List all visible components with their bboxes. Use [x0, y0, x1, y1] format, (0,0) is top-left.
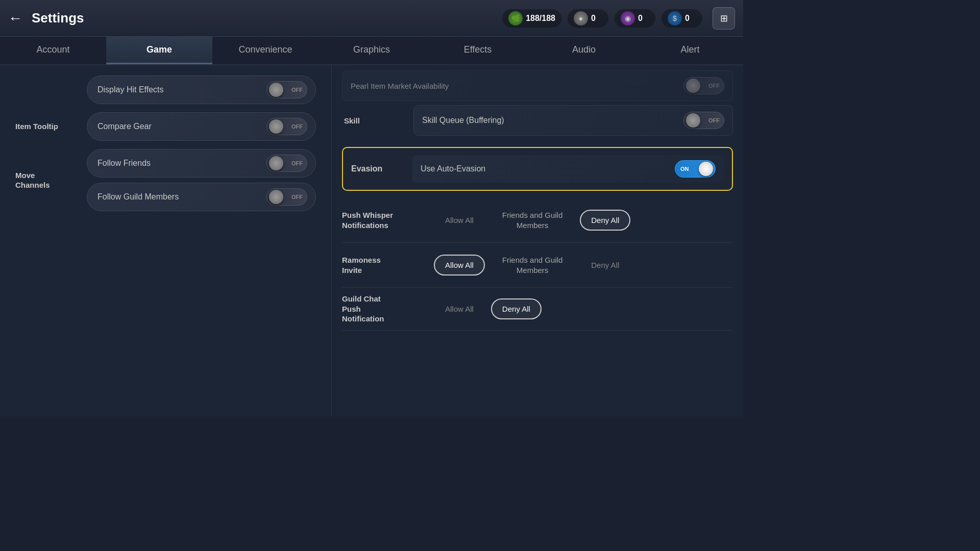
- resource-bar: 🌿 188/188 ● 0 ◉ 0 $ 0: [502, 9, 702, 28]
- guild-chat-options: Allow All Deny All: [434, 298, 733, 319]
- tab-account[interactable]: Account: [0, 37, 106, 64]
- guild-chat-label: Guild Chat Push Notification: [342, 294, 434, 324]
- move-channels-label: Move Channels: [15, 170, 87, 190]
- gold-icon: $: [668, 11, 682, 26]
- energy-value: 188/188: [526, 14, 555, 23]
- tab-effects[interactable]: Effects: [425, 37, 531, 64]
- gold-value: 0: [685, 14, 690, 23]
- tab-graphics[interactable]: Graphics: [318, 37, 425, 64]
- follow-friends-toggle[interactable]: OFF: [266, 155, 307, 172]
- energy-resource: 🌿 188/188: [502, 9, 561, 28]
- guild-chat-section: Guild Chat Push Notification Allow All D…: [342, 288, 733, 331]
- evasion-section: Evasion Use Auto-Evasion ON: [342, 147, 733, 191]
- toggle-off-text: OFF: [291, 194, 303, 200]
- guild-chat-allow-all-btn[interactable]: Allow All: [434, 298, 485, 319]
- skill-section-label: Skill: [344, 116, 405, 125]
- ramoness-allow-all-btn[interactable]: Allow All: [434, 255, 485, 276]
- toggle-knob: [686, 79, 700, 93]
- tab-bar: Account Game Convenience Graphics Effect…: [0, 37, 743, 65]
- top-bar: ← Settings 🌿 188/188 ● 0 ◉ 0 $ 0 ⊞: [0, 0, 743, 37]
- main-content: Display Hit Effects OFF Item Tooltip Com…: [0, 65, 743, 416]
- push-whisper-label: Push Whisper Notifications: [342, 210, 434, 230]
- move-channels-toggles: Follow Friends OFF Follow Guild Members …: [87, 149, 316, 211]
- toggle-knob: [269, 156, 283, 170]
- toggle-knob: [686, 113, 700, 128]
- toggle-knob: [269, 119, 283, 134]
- energy-icon: 🌿: [508, 11, 523, 26]
- toggle-off-text: OFF: [291, 87, 303, 93]
- toggle-knob: [269, 83, 283, 97]
- ramoness-invite-label: Ramoness Invite: [342, 255, 434, 275]
- tab-convenience[interactable]: Convenience: [212, 37, 318, 64]
- follow-friends-pill: Follow Friends OFF: [87, 149, 316, 178]
- silver-resource: ● 0: [568, 9, 608, 28]
- follow-guild-pill: Follow Guild Members OFF: [87, 183, 316, 211]
- follow-guild-label: Follow Guild Members: [97, 192, 179, 202]
- item-tooltip-row: Item Tooltip Compare Gear OFF: [15, 112, 316, 141]
- exit-button[interactable]: ⊞: [713, 7, 735, 30]
- pearl-market-row: Pearl Item Market Availability OFF: [342, 70, 733, 101]
- skill-queue-row: Skill Queue (Buffering) OFF: [413, 105, 733, 136]
- back-button[interactable]: ← Settings: [8, 10, 84, 27]
- compare-gear-label: Compare Gear: [97, 122, 152, 131]
- ramoness-invite-options: Allow All Friends and GuildMembers Deny …: [434, 249, 733, 281]
- push-whisper-friends-guild-btn: Friends and GuildMembers: [491, 204, 574, 236]
- display-hit-effects-toggle[interactable]: OFF: [266, 81, 307, 98]
- pearl-market-label: Pearl Item Market Availability: [351, 82, 449, 90]
- display-hit-effects-row: Display Hit Effects OFF: [15, 76, 316, 104]
- left-panel: Display Hit Effects OFF Item Tooltip Com…: [0, 65, 332, 416]
- follow-guild-toggle[interactable]: OFF: [266, 188, 307, 206]
- tab-alert[interactable]: Alert: [637, 37, 743, 64]
- toggle-off-text: OFF: [708, 83, 720, 89]
- toggle-off-text: OFF: [291, 160, 303, 166]
- exit-icon: ⊞: [720, 13, 728, 24]
- follow-friends-label: Follow Friends: [97, 159, 151, 168]
- evasion-label: Evasion: [351, 164, 412, 173]
- pearl-market-toggle[interactable]: OFF: [683, 77, 724, 94]
- toggle-knob: [699, 162, 713, 176]
- push-whisper-deny-all-btn[interactable]: Deny All: [580, 210, 630, 231]
- skill-queue-toggle[interactable]: OFF: [683, 112, 724, 129]
- push-whisper-allow-all-btn[interactable]: Allow All: [434, 210, 485, 231]
- skill-section: Skill Skill Queue (Buffering) OFF: [342, 105, 733, 140]
- right-panel: Pearl Item Market Availability OFF Skill…: [332, 65, 743, 416]
- toggle-knob: [269, 190, 283, 204]
- guild-chat-deny-all-btn[interactable]: Deny All: [491, 298, 542, 319]
- display-hit-effects-label: Display Hit Effects: [97, 85, 164, 94]
- ramoness-deny-all-btn[interactable]: Deny All: [580, 255, 630, 276]
- compare-gear-pill: Compare Gear OFF: [87, 112, 316, 141]
- push-whisper-section: Push Whisper Notifications Allow All Fri…: [342, 198, 733, 243]
- push-whisper-options: Allow All Friends and GuildMembers Deny …: [434, 204, 733, 236]
- skill-queue-label: Skill Queue (Buffering): [422, 116, 683, 125]
- toggle-off-text: OFF: [291, 123, 303, 130]
- item-tooltip-toggles: Compare Gear OFF: [87, 112, 316, 141]
- auto-evasion-toggle[interactable]: ON: [675, 160, 716, 178]
- evasion-item-label: Use Auto-Evasion: [421, 164, 485, 173]
- toggle-on-text: ON: [680, 166, 689, 172]
- pearl-icon: ◉: [621, 11, 635, 26]
- tab-game[interactable]: Game: [106, 37, 212, 64]
- ramoness-invite-section: Ramoness Invite Allow All Friends and Gu…: [342, 243, 733, 288]
- evasion-content: Use Auto-Evasion ON: [412, 155, 724, 183]
- item-tooltip-label: Item Tooltip: [15, 121, 87, 132]
- tab-audio[interactable]: Audio: [531, 37, 637, 64]
- page-title: Settings: [32, 10, 84, 26]
- display-hit-effects-pill: Display Hit Effects OFF: [87, 76, 316, 104]
- silver-icon: ●: [574, 11, 588, 26]
- move-channels-row: Move Channels Follow Friends OFF Follow …: [15, 149, 316, 211]
- back-arrow-icon: ←: [8, 10, 22, 27]
- silver-value: 0: [591, 14, 596, 23]
- gold-resource: $ 0: [662, 9, 702, 28]
- compare-gear-toggle[interactable]: OFF: [266, 118, 307, 135]
- pearl-value: 0: [638, 14, 643, 23]
- pearl-resource: ◉ 0: [615, 9, 655, 28]
- toggle-off-text: OFF: [708, 117, 720, 123]
- ramoness-friends-guild-btn: Friends and GuildMembers: [491, 249, 574, 281]
